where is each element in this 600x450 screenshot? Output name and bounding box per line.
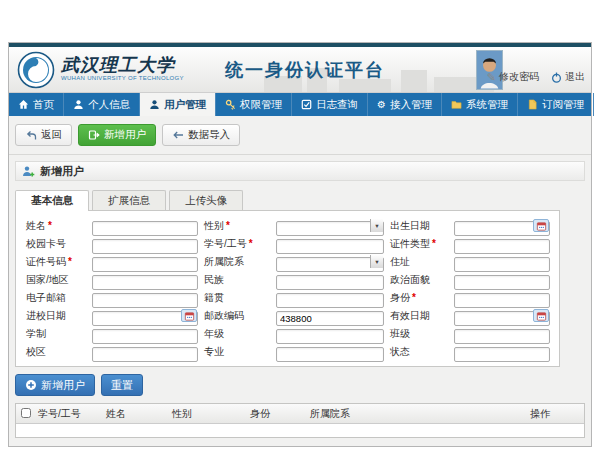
dropdown-arrow-icon[interactable]: ▼ — [370, 219, 383, 232]
email-input[interactable] — [92, 293, 198, 308]
ethnicity-input[interactable] — [276, 275, 384, 290]
required-asterisk: * — [48, 220, 52, 231]
user-plus-icon — [22, 165, 35, 178]
department-input[interactable] — [276, 257, 384, 272]
tab-label: 上传头像 — [185, 194, 227, 208]
campus-field — [92, 344, 198, 359]
folder-icon — [451, 99, 462, 110]
nav-item-label: 接入管理 — [390, 98, 432, 112]
nav-item-subscription-mgmt[interactable]: 订阅管理 — [518, 93, 594, 116]
form-panel: 姓名*性别*▼出生日期校园卡号学号/工号*证件类型*证件号码*所属院系▼住址国家… — [15, 210, 560, 367]
content-area: 返回 新增用户 数据导入 新增用户 基本信息扩展信息上传头像 — [9, 116, 591, 446]
log-icon — [301, 99, 312, 110]
schooling-length-input[interactable] — [92, 329, 198, 344]
nav-item-log-query[interactable]: 日志查询 — [292, 93, 368, 116]
pencil-icon: ✎ — [487, 72, 496, 82]
class-input[interactable] — [454, 329, 550, 344]
class-field — [454, 326, 550, 341]
logout-link[interactable]: 退出 — [551, 70, 585, 84]
back-button[interactable]: 返回 — [15, 124, 72, 146]
nav-item-home[interactable]: 首页 — [9, 93, 64, 116]
major-input[interactable] — [276, 347, 384, 362]
department-field: ▼ — [276, 254, 384, 269]
table-column-header: 姓名 — [106, 407, 172, 421]
native-place-field — [276, 290, 384, 305]
dropdown-arrow-icon[interactable]: ▼ — [370, 255, 383, 268]
submit-add-user-button[interactable]: 新增用户 — [15, 374, 95, 396]
status-input[interactable] — [454, 347, 550, 362]
major-label: 专业 — [204, 345, 270, 359]
student-id-label: 学号/工号* — [204, 237, 270, 251]
country-region-input[interactable] — [92, 275, 198, 290]
back-button-label: 返回 — [41, 128, 62, 142]
campus-input[interactable] — [92, 347, 198, 362]
birth-date-label: 出生日期 — [390, 219, 448, 233]
postal-code-field — [276, 308, 384, 323]
table-empty-row — [16, 424, 584, 437]
country-region-field — [92, 272, 198, 287]
nav-item-label: 首页 — [33, 98, 54, 112]
address-input[interactable] — [454, 257, 550, 272]
identity-input[interactable] — [454, 293, 550, 308]
toolbar: 返回 新增用户 数据导入 — [9, 116, 591, 155]
user-form: 姓名*性别*▼出生日期校园卡号学号/工号*证件类型*证件号码*所属院系▼住址国家… — [26, 218, 549, 359]
nav-item-label: 个人信息 — [88, 98, 130, 112]
university-name-en: WUHAN UNIVERSITY OF TECHNOLOGY — [61, 75, 184, 81]
calendar-icon[interactable] — [533, 309, 549, 322]
grade-input[interactable] — [276, 329, 384, 344]
calendar-icon[interactable] — [533, 219, 549, 232]
tab-upload-avatar[interactable]: 上传头像 — [169, 190, 243, 210]
native-place-input[interactable] — [276, 293, 384, 308]
valid-date-field — [454, 308, 550, 323]
select-all-checkbox[interactable] — [21, 408, 31, 418]
app-window: 武汉理工大学 WUHAN UNIVERSITY OF TECHNOLOGY 统一… — [8, 42, 592, 447]
table-column-header: 性别 — [172, 407, 250, 421]
add-user-toolbar-button[interactable]: 新增用户 — [78, 124, 156, 146]
form-tabs: 基本信息扩展信息上传头像 — [15, 190, 585, 210]
university-logo — [17, 51, 55, 89]
nav-item-user-mgmt[interactable]: 用户管理 — [140, 93, 216, 116]
email-field — [92, 290, 198, 305]
grade-label: 年级 — [204, 327, 270, 341]
student-id-input[interactable] — [276, 239, 384, 254]
name-input[interactable] — [92, 221, 198, 236]
tab-basic-info[interactable]: 基本信息 — [15, 190, 89, 211]
change-password-link[interactable]: ✎ 修改密码 — [487, 70, 539, 84]
student-id-field — [276, 236, 384, 251]
campus-card-input[interactable] — [92, 239, 198, 254]
university-name: 武汉理工大学 — [61, 54, 184, 75]
user-icon — [149, 99, 160, 110]
page-title: 统一身份认证平台 — [225, 58, 385, 82]
power-icon — [551, 72, 562, 83]
reset-button[interactable]: 重置 — [101, 374, 143, 396]
data-import-button[interactable]: 数据导入 — [162, 124, 240, 146]
tab-extended-info[interactable]: 扩展信息 — [92, 190, 166, 210]
enroll-date-label: 进校日期 — [26, 309, 86, 323]
nav-item-access-mgmt[interactable]: ⚙接入管理 — [368, 93, 442, 116]
status-field — [454, 344, 550, 359]
tab-label: 扩展信息 — [108, 194, 150, 208]
native-place-label: 籍贯 — [204, 291, 270, 305]
status-label: 状态 — [390, 345, 448, 359]
app-header: 武汉理工大学 WUHAN UNIVERSITY OF TECHNOLOGY 统一… — [9, 47, 591, 93]
campus-card-label: 校园卡号 — [26, 237, 86, 251]
nav-item-profile[interactable]: 个人信息 — [64, 93, 140, 116]
postal-code-input[interactable] — [276, 311, 384, 326]
id-type-input[interactable] — [454, 239, 550, 254]
nav-item-permission-mgmt[interactable]: 权限管理 — [216, 93, 292, 116]
calendar-icon[interactable] — [181, 309, 197, 322]
major-field — [276, 344, 384, 359]
address-field — [454, 254, 550, 269]
required-asterisk: * — [249, 238, 253, 249]
nav-item-system-mgmt[interactable]: 系统管理 — [442, 93, 518, 116]
country-region-label: 国家/地区 — [26, 273, 86, 287]
department-label: 所属院系 — [204, 255, 270, 269]
gender-input[interactable] — [276, 221, 384, 236]
political-status-input[interactable] — [454, 275, 550, 290]
table-column-header: 身份 — [250, 407, 310, 421]
required-asterisk: * — [432, 238, 436, 249]
id-number-input[interactable] — [92, 257, 198, 272]
address-label: 住址 — [390, 255, 448, 269]
form-actions: 新增用户 重置 — [15, 374, 585, 396]
key-icon — [225, 99, 236, 110]
